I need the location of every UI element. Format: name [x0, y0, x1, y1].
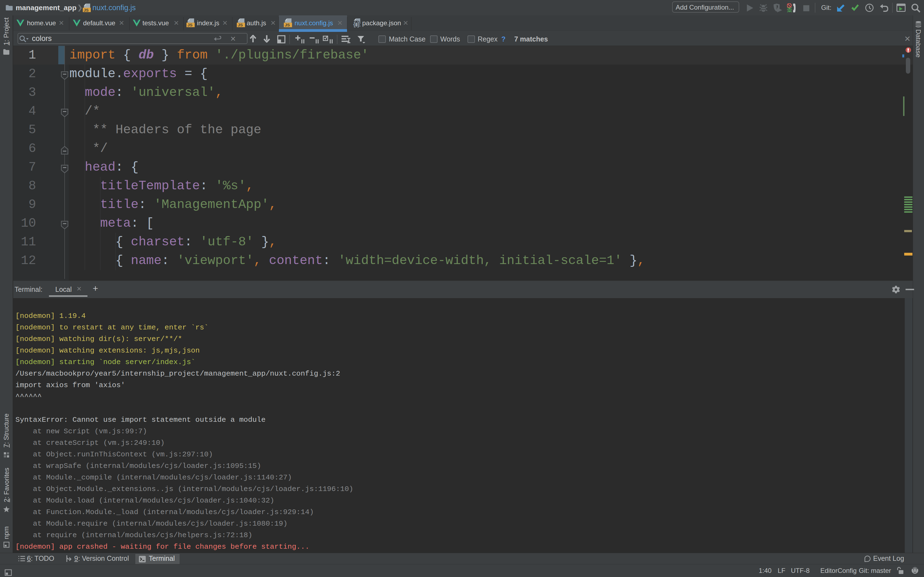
svg-text:JS: JS	[237, 23, 243, 27]
svg-text:JS: JS	[187, 23, 192, 27]
svg-text:{}: {}	[353, 21, 360, 27]
svg-text:JS: JS	[84, 8, 89, 12]
svg-text:JS: JS	[284, 23, 290, 27]
